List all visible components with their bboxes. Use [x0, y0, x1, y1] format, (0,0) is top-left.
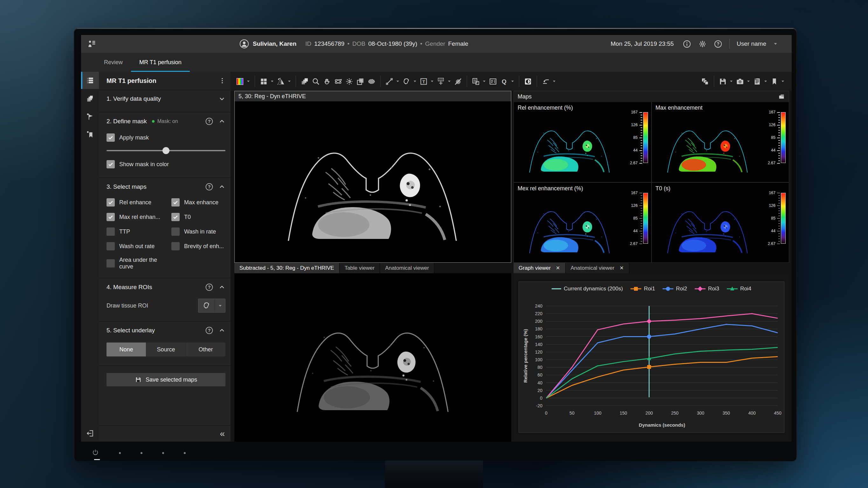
draw-roi-button[interactable]: [198, 299, 215, 312]
kebab-menu-icon[interactable]: [218, 77, 226, 85]
dropdown-caret-icon[interactable]: [396, 79, 400, 83]
rail-bookmark-stack-icon[interactable]: [81, 126, 99, 142]
patient-list-icon[interactable]: [87, 39, 96, 48]
help-circle-icon[interactable]: ?: [205, 117, 213, 126]
chevron-down-icon[interactable]: [773, 42, 778, 46]
tab-review[interactable]: Review: [96, 53, 131, 72]
checkbox-brevity-of-enh-[interactable]: [172, 242, 180, 250]
ellipse-shutter-icon[interactable]: [366, 74, 377, 88]
dropdown-caret-icon[interactable]: [730, 79, 733, 83]
monitor-button[interactable]: [162, 452, 164, 454]
gear-icon[interactable]: [698, 40, 707, 48]
duplicate-icon[interactable]: [355, 74, 366, 88]
checkbox-wash-out-rate[interactable]: [106, 242, 115, 250]
dropdown-caret-icon[interactable]: [510, 79, 515, 83]
save-icon[interactable]: [717, 74, 728, 88]
show-mask-checkbox[interactable]: [106, 160, 115, 168]
main-viewport[interactable]: 5, 30: Reg - Dyn eTHRIVE: [234, 91, 511, 263]
underlay-option-source[interactable]: Source: [146, 343, 186, 356]
mask-threshold-slider[interactable]: [106, 147, 225, 154]
close-icon[interactable]: ✕: [556, 265, 560, 271]
checkbox-wash-in-rate[interactable]: [172, 227, 180, 236]
draw-roi-dropdown[interactable]: [215, 299, 225, 312]
viewer-tab-anatomical-viewer[interactable]: Anatomical viewer✕: [566, 263, 629, 273]
chevron-down-icon[interactable]: [218, 95, 225, 102]
dropdown-caret-icon[interactable]: [447, 79, 451, 83]
checkbox-rel-enhance[interactable]: [106, 198, 115, 206]
colormap-icon[interactable]: [234, 74, 245, 88]
dropdown-caret-icon[interactable]: [482, 79, 486, 83]
chevron-up-icon[interactable]: [218, 327, 225, 334]
chevron-up-icon[interactable]: [218, 284, 225, 291]
dynamics-chart-svg[interactable]: -200204060801001201401601802002202400501…: [519, 282, 784, 432]
stack-icon[interactable]: [299, 74, 310, 88]
checkbox-max-enhance[interactable]: [172, 198, 180, 206]
dropdown-caret-icon[interactable]: [552, 79, 556, 83]
measure-line-icon[interactable]: [384, 74, 395, 88]
viewer-tab-subtracted-5-30-reg-dyn-ethrive[interactable]: Subtracted - 5, 30: Reg - Dyn eTHRIVE: [234, 263, 340, 273]
slider-knob[interactable]: [162, 147, 169, 154]
underlay-option-none[interactable]: None: [106, 343, 146, 356]
close-icon[interactable]: ✕: [619, 265, 623, 271]
monitor-button[interactable]: [119, 452, 121, 454]
map-viewport-rel[interactable]: Rel enhancement (%) 16712685442.67: [514, 102, 651, 182]
checkbox-area-under-the-curve[interactable]: [106, 259, 115, 267]
monitor-button[interactable]: [184, 452, 186, 454]
dropdown-caret-icon[interactable]: [287, 79, 291, 83]
power-button[interactable]: [92, 449, 99, 457]
viewer-tab-graph-viewer[interactable]: Graph viewer✕: [514, 263, 566, 273]
quantify-q-icon[interactable]: Q: [499, 74, 510, 88]
user-menu[interactable]: User name: [737, 40, 766, 47]
info-panel-icon[interactable]: [488, 74, 499, 88]
chevron-up-icon[interactable]: [218, 118, 225, 125]
apply-mask-checkbox[interactable]: [106, 133, 115, 142]
maps-export-icon[interactable]: [778, 93, 785, 100]
viewer-tab-table-viewer[interactable]: Table viewer: [340, 263, 380, 273]
map-viewport-mex[interactable]: Mex rel enhancement (%) 16712685442.67: [514, 183, 651, 263]
collapse-panel-button[interactable]: «: [220, 429, 225, 438]
help-circle-icon[interactable]: ?: [205, 283, 213, 291]
rail-workflow-list-icon[interactable]: 123: [81, 72, 99, 89]
dropdown-caret-icon[interactable]: [413, 79, 417, 83]
send-to-icon[interactable]: [540, 74, 551, 88]
help-circle-icon[interactable]: ?: [205, 183, 213, 191]
window-level-icon[interactable]: [344, 74, 355, 88]
subtracted-viewport[interactable]: [234, 273, 511, 442]
checkbox-ttp[interactable]: [106, 227, 115, 236]
help-icon[interactable]: ?: [714, 40, 722, 48]
dynamics-chart[interactable]: Current dynamics (200s)Roi1Roi2Roi3Roi4-…: [519, 282, 784, 433]
map-viewport-max[interactable]: Max enhancement 16712685442.67: [652, 102, 789, 182]
dropdown-caret-icon[interactable]: [764, 79, 768, 83]
map-viewport-t0[interactable]: T0 (s) 16712685442.67: [652, 183, 789, 263]
dropdown-caret-icon[interactable]: [781, 79, 785, 83]
freehand-roi-icon[interactable]: [401, 74, 412, 88]
viewer-tab-anatomical-viewer[interactable]: Anatomical viewer: [380, 263, 434, 273]
tab-mr-t1-perfusion[interactable]: MR T1 perfusion: [131, 53, 190, 72]
bookmark-icon[interactable]: [769, 74, 780, 88]
zoom-icon[interactable]: [310, 74, 321, 88]
rotate-3d-icon[interactable]: [333, 74, 344, 88]
chevron-up-icon[interactable]: [218, 183, 225, 190]
checkbox-t0[interactable]: [172, 213, 180, 221]
dropdown-caret-icon[interactable]: [246, 79, 250, 83]
snapshot-icon[interactable]: [735, 74, 746, 88]
dropdown-caret-icon[interactable]: [430, 79, 434, 83]
info-icon[interactable]: [683, 40, 691, 48]
rail-exit-panel-icon[interactable]: [81, 425, 99, 442]
invert-contrast-icon[interactable]: [522, 74, 533, 88]
monitor-button[interactable]: [141, 452, 143, 454]
pan-hand-icon[interactable]: [321, 74, 333, 88]
checkbox-max-rel-enhan-[interactable]: [106, 213, 115, 221]
rail-flag-tool-icon[interactable]: [81, 109, 99, 125]
flip-rotate-icon[interactable]: [275, 74, 286, 88]
rail-series-stack-icon[interactable]: [81, 91, 99, 107]
cascade-series-icon[interactable]: [700, 74, 711, 88]
help-circle-icon[interactable]: ?: [205, 326, 213, 334]
mri-image[interactable]: [235, 101, 511, 262]
export-layout-icon[interactable]: [470, 74, 482, 88]
save-selected-maps-button[interactable]: Save selected maps: [106, 373, 225, 386]
dropdown-caret-icon[interactable]: [747, 79, 750, 83]
hide-annotations-icon[interactable]: [453, 74, 464, 88]
marker-123-icon[interactable]: 123: [435, 74, 446, 88]
underlay-option-other[interactable]: Other: [186, 343, 225, 356]
